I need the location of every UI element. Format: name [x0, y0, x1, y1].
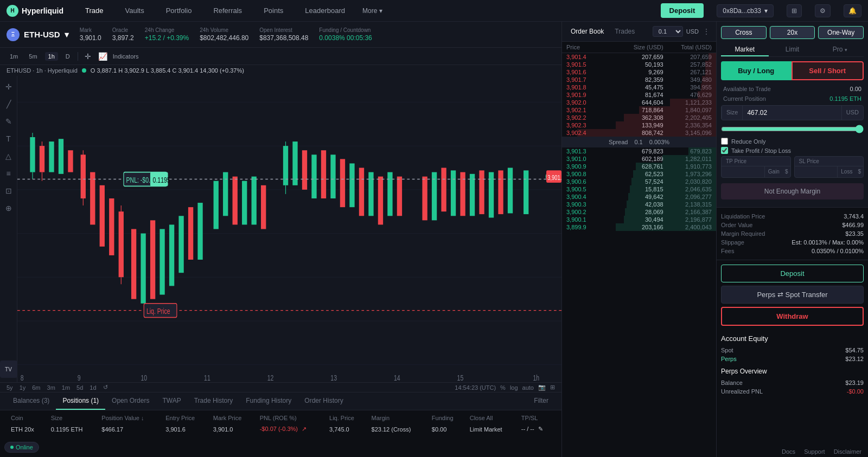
ob-ask-row[interactable]: 3,901.5 50,193 257,852: [562, 61, 716, 68]
ob-ask-row[interactable]: 3,902.4 808,742 3,145,096: [562, 129, 716, 137]
nav-portfolio[interactable]: Portfolio: [162, 4, 196, 17]
nav-leaderboard[interactable]: Leaderboard: [301, 4, 349, 17]
ob-bid-row[interactable]: 3,900.3 42,038 2,138,315: [562, 201, 716, 208]
period-1d[interactable]: 1d: [90, 384, 96, 391]
ob-ask-row[interactable]: 3,901.4 207,659 207,659: [562, 53, 716, 61]
period-5d[interactable]: 5d: [76, 384, 83, 391]
ob-ask-row[interactable]: 3,901.9 81,674 476,629: [562, 91, 716, 99]
tf-5m[interactable]: 5m: [25, 52, 40, 61]
ruler-tool[interactable]: ⊡: [2, 184, 15, 197]
period-5y[interactable]: 5y: [7, 384, 13, 391]
size-input[interactable]: [743, 106, 841, 120]
text-tool[interactable]: T: [2, 132, 15, 145]
filter-btn[interactable]: Filter: [527, 392, 555, 410]
tab-balances[interactable]: Balances (3): [7, 392, 56, 410]
sell-short-button[interactable]: Sell / Short: [792, 61, 864, 80]
ob-size-select[interactable]: 0.1 0.01 1: [653, 26, 683, 37]
line-tool[interactable]: ╱: [2, 98, 15, 111]
period-3m[interactable]: 3m: [47, 384, 55, 391]
tab-order-history[interactable]: Order History: [298, 392, 349, 410]
nav-referrals[interactable]: Referrals: [209, 4, 246, 17]
ob-bid-row[interactable]: 3,900.1 30,494 2,196,877: [562, 216, 716, 223]
order-type-limit[interactable]: Limit: [769, 43, 816, 56]
order-type-pro[interactable]: Pro ▾: [816, 43, 864, 56]
ob-ask-row[interactable]: 3,902.3 133,949 2,336,354: [562, 121, 716, 129]
cursor-tool[interactable]: ✛: [2, 80, 15, 93]
shape-tool[interactable]: △: [2, 150, 15, 163]
brush-tool[interactable]: ✎: [2, 115, 15, 128]
tab-twap[interactable]: TWAP: [156, 392, 187, 410]
ob-bid-row[interactable]: 3,900.9 628,761 1,910,773: [562, 163, 716, 170]
ob-bid-row[interactable]: 3,900.6 57,524 2,030,820: [562, 178, 716, 185]
perps-spot-button[interactable]: Perps ⇄ Spot Transfer: [721, 286, 864, 304]
crosshair-icon[interactable]: ✛: [82, 51, 93, 62]
pos-tpsl[interactable]: -- / -- ✎: [517, 423, 555, 435]
ob-ask-row[interactable]: 3,901.6 9,269 267,121: [562, 68, 716, 76]
size-slider[interactable]: [721, 125, 864, 133]
expand-icon[interactable]: ⊞: [550, 384, 555, 391]
ob-bid-row[interactable]: 3,901.0 602,189 1,282,011: [562, 155, 716, 163]
replay-icon[interactable]: ↺: [103, 384, 108, 391]
footer-support[interactable]: Support: [804, 448, 825, 455]
tp-price-input[interactable]: [722, 166, 764, 177]
tab-funding-history[interactable]: Funding History: [239, 392, 298, 410]
reduce-only-checkbox[interactable]: [721, 138, 728, 145]
footer-disclaimer[interactable]: Disclaimer: [834, 448, 861, 455]
take-profit-checkbox[interactable]: [721, 147, 728, 154]
ob-tab-trades[interactable]: Trades: [612, 27, 637, 36]
wallet-address[interactable]: 0x8Da...cb33 ▾: [717, 4, 774, 17]
log-label[interactable]: log: [510, 384, 518, 391]
chart-canvas[interactable]: PNL: -$0.07 0.1195 Liq. Price 4,050.0 4,…: [17, 76, 561, 382]
ob-bid-row[interactable]: 3,899.9 203,166 2,400,043: [562, 223, 716, 231]
perps-link[interactable]: Perps: [721, 356, 737, 362]
toggle-cross[interactable]: Cross: [721, 26, 767, 39]
withdraw-button[interactable]: Withdraw: [721, 307, 864, 326]
deposit-full-button[interactable]: Deposit: [721, 265, 864, 282]
logo[interactable]: H Hyperliquid: [7, 5, 63, 17]
nav-vaults[interactable]: Vaults: [121, 4, 149, 17]
ob-bid-row[interactable]: 3,900.5 15,815 2,046,635: [562, 185, 716, 193]
period-1y[interactable]: 1y: [20, 384, 26, 391]
deposit-button[interactable]: Deposit: [661, 3, 704, 18]
settings-icon[interactable]: ⚙: [815, 4, 831, 17]
tab-positions[interactable]: Positions (1): [56, 392, 105, 410]
footer-docs[interactable]: Docs: [782, 448, 795, 455]
tab-open-orders[interactable]: Open Orders: [105, 392, 156, 410]
symbol-selector[interactable]: Ξ ETH-USD ▾: [7, 28, 69, 41]
toggle-leverage[interactable]: 20x: [770, 26, 815, 39]
ob-menu-icon[interactable]: ⋮: [703, 28, 710, 35]
tv-icon[interactable]: TV: [0, 361, 17, 378]
ob-ask-row[interactable]: 3,902.1 718,864 1,840,097: [562, 106, 716, 114]
period-6m[interactable]: 6m: [32, 384, 40, 391]
auto-label[interactable]: auto: [522, 384, 534, 391]
ob-bid-row[interactable]: 3,901.3 679,823 679,823: [562, 147, 716, 155]
percent-icon[interactable]: %: [500, 384, 506, 391]
tab-trade-history[interactable]: Trade History: [188, 392, 240, 410]
toggle-one-way[interactable]: One-Way: [818, 26, 864, 39]
buy-long-button[interactable]: Buy / Long: [721, 61, 792, 80]
nav-more[interactable]: More ▾: [362, 7, 382, 15]
nav-trade[interactable]: Trade: [81, 4, 107, 17]
indicators-label[interactable]: Indicators: [113, 53, 139, 60]
sl-price-input[interactable]: [795, 166, 838, 177]
period-1m[interactable]: 1m: [62, 384, 70, 391]
ob-ask-row[interactable]: 3,901.7 82,359 349,480: [562, 76, 716, 83]
ob-ask-row[interactable]: 3,902.0 644,604 1,121,233: [562, 99, 716, 106]
ob-bid-row[interactable]: 3,900.2 28,069 2,166,387: [562, 208, 716, 216]
fib-tool[interactable]: ≡: [2, 167, 15, 180]
layout-icon[interactable]: ⊞: [787, 4, 802, 17]
not-enough-margin-button[interactable]: Not Enough Margin: [721, 183, 864, 199]
ob-ask-row[interactable]: 3,901.8 45,475 394,955: [562, 83, 716, 91]
zoom-tool[interactable]: ⊕: [2, 202, 15, 215]
col-pos-value[interactable]: Position Value ↓: [97, 413, 161, 423]
ob-bid-row[interactable]: 3,900.8 62,523 1,973,296: [562, 170, 716, 178]
tf-1h[interactable]: 1h: [45, 52, 58, 61]
ob-tab-book[interactable]: Order Book: [569, 27, 606, 36]
screenshot-icon[interactable]: 📷: [538, 384, 546, 391]
indicators-icon[interactable]: 📈: [98, 51, 108, 62]
ob-ask-row[interactable]: 3,902.2 362,308 2,202,405: [562, 114, 716, 121]
pos-close[interactable]: Limit Market: [465, 423, 517, 435]
ob-bid-row[interactable]: 3,900.4 49,642 2,096,277: [562, 193, 716, 201]
order-type-market[interactable]: Market: [721, 43, 769, 56]
tf-1m[interactable]: 1m: [7, 52, 21, 61]
